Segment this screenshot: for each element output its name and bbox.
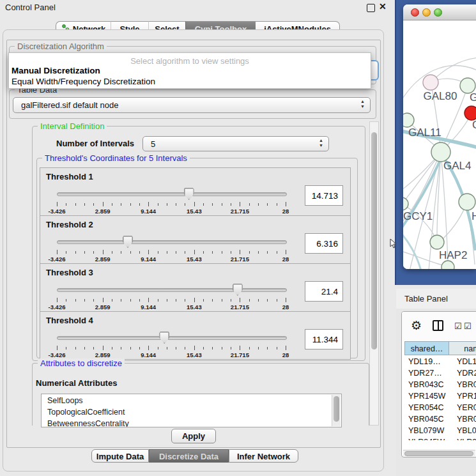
popup-item-manual[interactable]: Manual Discretization	[12, 66, 100, 75]
network-node[interactable]	[430, 235, 444, 249]
content-scrollbar[interactable]	[369, 121, 379, 426]
threshold-slider[interactable]: -3.4262.8599.14415.4321.71528	[57, 235, 287, 263]
app-window: Control Panel ✕ Network Style Select Cyn…	[0, 0, 476, 476]
panel-title: Control Panel	[5, 3, 56, 12]
select-all-checkbox-icon[interactable]: ☑	[454, 321, 462, 331]
slider-thumb[interactable]	[233, 284, 243, 296]
slider-track[interactable]	[57, 192, 287, 196]
network-node-label: GAL11	[408, 127, 441, 139]
threshold-slider[interactable]: -3.4262.8599.14415.4321.71528	[57, 331, 287, 359]
apply-button[interactable]: Apply	[171, 429, 216, 443]
network-node[interactable]	[464, 106, 476, 120]
popup-item-equal-width[interactable]: Equal Width/Frequency Discretization	[12, 77, 155, 86]
table-row[interactable]: YLR345WYLR3	[404, 436, 476, 440]
minimize-traffic-light[interactable]	[422, 8, 431, 17]
threshold-value-field[interactable]	[305, 233, 343, 254]
network-node-label: GAL80	[424, 90, 457, 102]
table-data-combobox[interactable]: galFiltered.sif default node ▲▼	[13, 97, 371, 113]
table-row[interactable]: YPR145WYPR1	[404, 390, 476, 402]
slider-ticks	[57, 298, 286, 303]
node-table-card: ⚙ ☑ ☑ shared… name YDL19…YDL1YDR27…YDR2Y…	[401, 311, 476, 457]
table-header-row: shared… name	[404, 341, 476, 356]
table-cell: YDR2	[457, 367, 476, 379]
column-header-name[interactable]: name	[449, 341, 476, 355]
threshold-label: Threshold 2	[46, 220, 93, 229]
zoom-traffic-light[interactable]	[434, 8, 442, 17]
threshold-value-field[interactable]	[305, 281, 343, 302]
num-intervals-combobox[interactable]: 5 ▲▼	[142, 136, 329, 151]
network-node[interactable]	[423, 75, 438, 90]
attributes-title: Attributes to discretize	[38, 358, 125, 368]
table-row[interactable]: YBR045CYBR0	[404, 413, 476, 425]
algorithm-dropdown-popup: Select algorithm to view settings Manual…	[8, 52, 371, 89]
table-body: YDL19…YDL1YDR27…YDR2YBR043CYBR0YPR145WYP…	[404, 356, 476, 440]
columns-icon[interactable]	[433, 320, 443, 331]
table-cell: YER054C	[408, 402, 444, 413]
tab-impute-data[interactable]: Impute Data	[91, 449, 149, 463]
table-cell: YPR1	[457, 390, 476, 402]
table-cell: YBL0	[457, 425, 476, 436]
close-traffic-light[interactable]	[411, 8, 419, 17]
num-intervals-value: 5	[151, 139, 155, 149]
select-none-checkbox-icon[interactable]: ☑	[464, 321, 472, 331]
algorithm-hint: Select algorithm to view settings	[9, 56, 371, 66]
table-panel-titlebar: Table Panel	[396, 289, 476, 309]
table-row[interactable]: YBR043CYBR0	[404, 379, 476, 390]
network-node-label: HAP2	[439, 249, 467, 261]
slider-ticks	[57, 250, 286, 255]
num-intervals-label: Number of Intervals	[56, 139, 134, 148]
slider-track[interactable]	[57, 288, 287, 292]
thresholds-title: Threshold's Coordinates for 5 Intervals	[42, 153, 190, 163]
table-cell: YBR043C	[408, 379, 444, 390]
slider-track[interactable]	[57, 240, 287, 244]
close-icon[interactable]: ✕	[379, 1, 387, 12]
attribute-list-item[interactable]: BetweennessCentrality	[47, 419, 129, 427]
network-canvas[interactable]: GAL80GCGAL11GAL4GCY1HHAP2	[403, 20, 476, 269]
slider-tick-labels: -3.4262.8599.14415.4321.71528	[57, 208, 286, 215]
attribute-list-item[interactable]: TopologicalCoefficient	[47, 408, 125, 417]
threshold-panel: Threshold 2 -3.4262.8599.14415.4321.7152…	[40, 215, 351, 264]
slider-thumb[interactable]	[184, 188, 194, 200]
threshold-slider[interactable]: -3.4262.8599.14415.4321.71528	[57, 283, 287, 311]
table-horizontal-scrollbar[interactable]	[403, 450, 475, 456]
network-node[interactable]	[403, 113, 414, 127]
network-node-label: G	[470, 91, 476, 104]
network-node[interactable]	[431, 142, 450, 162]
threshold-panel: Threshold 3 -3.4262.8599.14415.4321.7152…	[40, 263, 351, 312]
table-cell: YPR145W	[408, 390, 445, 402]
slider-thumb[interactable]	[159, 332, 169, 344]
column-header-shared-name[interactable]: shared…	[404, 341, 449, 355]
interval-definition-title: Interval Definition	[38, 121, 107, 131]
threshold-label: Threshold 1	[46, 172, 93, 181]
numerical-attributes-list[interactable]: SelfLoopsTopologicalCoefficientBetweenne…	[41, 394, 342, 427]
network-node[interactable]	[459, 194, 475, 210]
table-row[interactable]: YDR27…YDR2	[404, 367, 476, 379]
table-row[interactable]: YER054CYER0	[404, 402, 476, 413]
attributes-scrollbar[interactable]	[332, 395, 341, 426]
threshold-panel: Threshold 1 -3.4262.8599.14415.4321.7152…	[40, 167, 351, 216]
network-node[interactable]	[403, 197, 408, 210]
network-window-titlebar	[403, 4, 476, 20]
tab-infer-network[interactable]: Infer Network	[229, 449, 298, 463]
combo-arrows-icon: ▲▼	[360, 99, 365, 109]
slider-tick-labels: -3.4262.8599.14415.4321.71528	[57, 303, 286, 311]
slider-tick-labels: -3.4262.8599.14415.4321.71528	[57, 256, 286, 263]
table-cell: YBR045C	[408, 413, 444, 425]
table-cell: YBR0	[457, 379, 476, 390]
network-node[interactable]	[441, 261, 454, 269]
float-window-icon[interactable]	[367, 4, 375, 12]
threshold-value-field[interactable]	[305, 185, 343, 206]
threshold-slider[interactable]: -3.4262.8599.14415.4321.71528	[57, 187, 287, 215]
slider-thumb[interactable]	[123, 236, 133, 248]
table-panel-title: Table Panel	[404, 294, 448, 303]
slider-track[interactable]	[57, 336, 287, 340]
network-window: GAL80GCGAL11GAL4GCY1HHAP2	[403, 4, 476, 269]
tab-discretize-data[interactable]: Discretize Data	[149, 449, 229, 463]
table-cell: YLR345W	[408, 436, 445, 440]
threshold-value-field[interactable]	[305, 329, 343, 349]
table-row[interactable]: YDL19…YDL1	[404, 356, 476, 367]
gear-icon[interactable]: ⚙	[411, 318, 422, 333]
network-node-label: H	[472, 210, 476, 222]
table-row[interactable]: YBL079WYBL0	[404, 425, 476, 436]
attribute-list-item[interactable]: SelfLoops	[47, 396, 83, 405]
